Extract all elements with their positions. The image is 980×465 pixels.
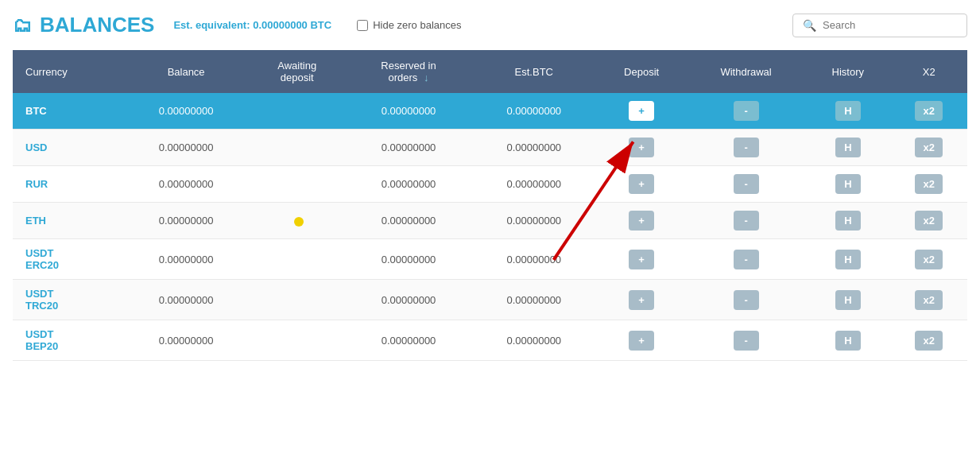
history-button[interactable]: H bbox=[835, 250, 861, 269]
cell-reserved: 0.00000000 bbox=[346, 93, 471, 130]
cell-history: H bbox=[805, 280, 890, 320]
withdraw-button[interactable]: - bbox=[734, 290, 759, 310]
cell-x2: x2 bbox=[890, 93, 967, 130]
x2-button[interactable]: x2 bbox=[915, 331, 942, 351]
cell-history: H bbox=[805, 320, 890, 361]
cell-estbtc: 0.00000000 bbox=[471, 166, 596, 203]
cell-currency: RUR bbox=[13, 166, 124, 203]
deposit-button[interactable]: + bbox=[629, 331, 654, 351]
currency-link[interactable]: USDTERC20 bbox=[25, 247, 59, 271]
cell-estbtc: 0.00000000 bbox=[471, 320, 596, 361]
currency-link[interactable]: USDTBEP20 bbox=[25, 328, 58, 352]
x2-button[interactable]: x2 bbox=[915, 101, 942, 121]
col-reserved[interactable]: Reserved inorders ↓ bbox=[346, 50, 471, 93]
withdraw-button[interactable]: - bbox=[734, 174, 759, 194]
x2-button[interactable]: x2 bbox=[915, 211, 942, 231]
page-title: 🗂 BALANCES bbox=[13, 13, 154, 37]
withdraw-button[interactable]: - bbox=[734, 331, 759, 351]
cell-history: H bbox=[805, 166, 890, 203]
deposit-button[interactable]: + bbox=[629, 250, 654, 269]
table-row: RUR0.000000000.000000000.00000000+-Hx2 bbox=[13, 166, 967, 203]
cell-deposit: + bbox=[596, 93, 687, 130]
currency-link[interactable]: ETH bbox=[25, 215, 46, 227]
cell-history: H bbox=[805, 239, 890, 280]
history-button[interactable]: H bbox=[835, 331, 861, 351]
cell-withdrawal: - bbox=[687, 239, 805, 280]
cell-balance: 0.00000000 bbox=[124, 280, 249, 320]
cell-deposit: + bbox=[596, 280, 687, 320]
withdraw-button[interactable]: - bbox=[734, 101, 759, 121]
cell-deposit: + bbox=[596, 166, 687, 203]
cell-x2: x2 bbox=[890, 203, 967, 239]
col-history: History bbox=[805, 50, 890, 93]
deposit-button[interactable]: + bbox=[629, 101, 654, 121]
deposit-button[interactable]: + bbox=[629, 138, 654, 157]
x2-button[interactable]: x2 bbox=[915, 138, 942, 157]
hide-zero-balances[interactable]: Hide zero balances bbox=[357, 19, 461, 31]
search-input[interactable] bbox=[823, 19, 957, 31]
table-row: USDTERC200.000000000.000000000.00000000+… bbox=[13, 239, 967, 280]
table-row: USD0.000000000.000000000.00000000+-Hx2 bbox=[13, 130, 967, 166]
history-button[interactable]: H bbox=[835, 290, 861, 310]
table-header: Currency Balance Awaitingdeposit Reserve… bbox=[13, 50, 967, 93]
currency-link[interactable]: BTC bbox=[25, 105, 47, 117]
table-row: ETH0.000000000.000000000.00000000+-Hx2 bbox=[13, 203, 967, 239]
col-awaiting: Awaitingdeposit bbox=[249, 50, 346, 93]
cell-balance: 0.00000000 bbox=[124, 166, 249, 203]
search-box[interactable]: 🔍 bbox=[792, 14, 967, 37]
cell-balance: 0.00000000 bbox=[124, 239, 249, 280]
table-row: BTC0.000000000.000000000.00000000+-Hx2 bbox=[13, 93, 967, 130]
cell-x2: x2 bbox=[890, 166, 967, 203]
cell-estbtc: 0.00000000 bbox=[471, 280, 596, 320]
withdraw-button[interactable]: - bbox=[734, 138, 759, 157]
history-button[interactable]: H bbox=[835, 174, 861, 194]
cell-awaiting bbox=[249, 239, 346, 280]
hide-zero-checkbox[interactable] bbox=[357, 20, 368, 31]
cell-awaiting bbox=[249, 130, 346, 166]
cell-awaiting bbox=[249, 280, 346, 320]
withdraw-button[interactable]: - bbox=[734, 211, 759, 231]
history-button[interactable]: H bbox=[835, 101, 861, 121]
history-button[interactable]: H bbox=[835, 211, 861, 231]
cell-estbtc: 0.00000000 bbox=[471, 203, 596, 239]
deposit-button[interactable]: + bbox=[629, 290, 654, 310]
cell-currency: USD bbox=[13, 130, 124, 166]
cell-reserved: 0.00000000 bbox=[346, 239, 471, 280]
est-equivalent: Est. equivalent: 0.00000000 BTC bbox=[173, 19, 331, 31]
cell-currency: ETH bbox=[13, 203, 124, 239]
x2-button[interactable]: x2 bbox=[915, 174, 942, 194]
cell-withdrawal: - bbox=[687, 130, 805, 166]
hide-zero-label: Hide zero balances bbox=[373, 19, 461, 31]
x2-button[interactable]: x2 bbox=[915, 250, 942, 269]
table-row: USDTBEP200.000000000.000000000.00000000+… bbox=[13, 320, 967, 361]
deposit-button[interactable]: + bbox=[629, 211, 654, 231]
history-button[interactable]: H bbox=[835, 138, 861, 157]
cell-withdrawal: - bbox=[687, 166, 805, 203]
cell-deposit: + bbox=[596, 320, 687, 361]
cell-awaiting bbox=[249, 320, 346, 361]
cell-x2: x2 bbox=[890, 130, 967, 166]
cell-history: H bbox=[805, 93, 890, 130]
withdraw-button[interactable]: - bbox=[734, 250, 759, 269]
currency-link[interactable]: USDTTRC20 bbox=[25, 288, 58, 312]
col-x2: X2 bbox=[890, 50, 967, 93]
deposit-button[interactable]: + bbox=[629, 174, 654, 194]
cell-withdrawal: - bbox=[687, 203, 805, 239]
cell-balance: 0.00000000 bbox=[124, 320, 249, 361]
cell-awaiting bbox=[249, 166, 346, 203]
cell-withdrawal: - bbox=[687, 93, 805, 130]
currency-link[interactable]: USD bbox=[25, 141, 47, 153]
cell-deposit: + bbox=[596, 203, 687, 239]
cell-x2: x2 bbox=[890, 239, 967, 280]
cell-estbtc: 0.00000000 bbox=[471, 130, 596, 166]
currency-link[interactable]: RUR bbox=[25, 178, 48, 190]
table-row: USDTTRC200.000000000.000000000.00000000+… bbox=[13, 280, 967, 320]
cell-withdrawal: - bbox=[687, 320, 805, 361]
balances-table-wrapper: Currency Balance Awaitingdeposit Reserve… bbox=[13, 50, 967, 361]
cell-currency: USDTTRC20 bbox=[13, 280, 124, 320]
x2-button[interactable]: x2 bbox=[915, 290, 942, 310]
cell-balance: 0.00000000 bbox=[124, 130, 249, 166]
cell-deposit: + bbox=[596, 130, 687, 166]
page-header: 🗂 BALANCES Est. equivalent: 0.00000000 B… bbox=[13, 13, 967, 37]
balances-table: Currency Balance Awaitingdeposit Reserve… bbox=[13, 50, 967, 361]
